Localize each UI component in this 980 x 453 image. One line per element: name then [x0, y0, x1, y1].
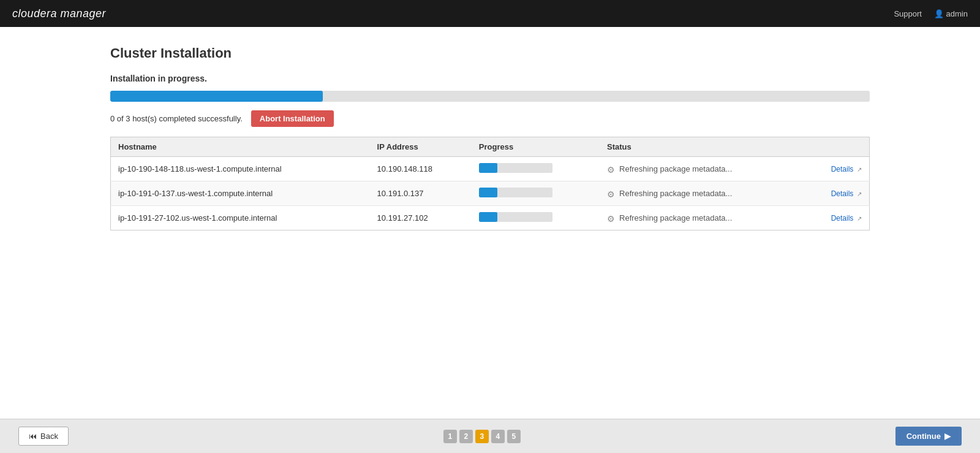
step-4: 4 — [491, 430, 505, 443]
footer: ⏮ Back 1 2 3 4 5 Continue ▶ — [0, 419, 980, 453]
host-status-line: 0 of 3 host(s) completed successfully. A… — [110, 110, 870, 127]
header: cloudera manager Support 👤 admin — [0, 0, 980, 27]
row-progress-bar — [479, 212, 552, 222]
external-link-icon: ↗ — [857, 215, 862, 222]
app-logo: cloudera manager — [12, 7, 106, 20]
cell-hostname: ip-10-191-0-137.us-west-1.compute.intern… — [111, 181, 370, 206]
table-body: ip-10-190-148-118.us-west-1.compute.inte… — [111, 157, 870, 230]
cell-details: Details ↗ — [803, 181, 870, 206]
cell-details: Details ↗ — [803, 206, 870, 230]
cell-progress — [472, 157, 600, 181]
cell-details: Details ↗ — [803, 157, 870, 181]
cell-progress — [472, 206, 600, 230]
installation-status: Installation in progress. — [110, 74, 870, 83]
abort-installation-button[interactable]: Abort Installation — [251, 110, 334, 127]
hosts-table: Hostname IP Address Progress Status ip-1… — [110, 137, 870, 230]
details-link[interactable]: Details — [831, 165, 854, 173]
table-row: ip-10-191-0-137.us-west-1.compute.intern… — [111, 181, 870, 206]
col-actions — [803, 137, 870, 157]
row-progress-fill — [479, 188, 497, 197]
step-indicators: 1 2 3 4 5 — [443, 430, 521, 443]
row-progress-fill — [479, 163, 497, 173]
row-progress-fill — [479, 212, 497, 222]
support-link[interactable]: Support — [894, 9, 922, 18]
spinner-icon: ⚙ — [607, 165, 616, 173]
table-row: ip-10-191-27-102.us-west-1.compute.inter… — [111, 206, 870, 230]
cell-hostname: ip-10-191-27-102.us-west-1.compute.inter… — [111, 206, 370, 230]
row-progress-bar — [479, 163, 552, 173]
table-row: ip-10-190-148-118.us-west-1.compute.inte… — [111, 157, 870, 181]
table-header: Hostname IP Address Progress Status — [111, 137, 870, 157]
external-link-icon: ↗ — [857, 166, 862, 173]
step-5: 5 — [507, 430, 521, 443]
details-link[interactable]: Details — [831, 189, 854, 198]
cell-status: ⚙ Refreshing package metadata... — [600, 157, 803, 181]
cell-ip: 10.190.148.118 — [370, 157, 472, 181]
step-3: 3 — [475, 430, 489, 443]
overall-progress-fill — [110, 91, 323, 102]
main-content: Cluster Installation Installation in pro… — [0, 27, 980, 419]
spinner-icon: ⚙ — [607, 214, 616, 223]
user-icon: 👤 — [934, 9, 944, 18]
continue-button[interactable]: Continue ▶ — [895, 427, 962, 446]
cell-status: ⚙ Refreshing package metadata... — [600, 206, 803, 230]
overall-progress-bar — [110, 91, 870, 102]
continue-icon: ▶ — [944, 432, 951, 441]
col-ip: IP Address — [370, 137, 472, 157]
host-count-text: 0 of 3 host(s) completed successfully. — [110, 114, 243, 123]
admin-link[interactable]: 👤 admin — [934, 9, 968, 18]
cell-ip: 10.191.0.137 — [370, 181, 472, 206]
step-2: 2 — [459, 430, 473, 443]
col-hostname: Hostname — [111, 137, 370, 157]
external-link-icon: ↗ — [857, 191, 862, 197]
cell-progress — [472, 181, 600, 206]
status-text: Refreshing package metadata... — [619, 213, 732, 223]
spinner-icon: ⚙ — [607, 189, 616, 198]
details-link[interactable]: Details — [831, 214, 854, 223]
page-title: Cluster Installation — [110, 45, 870, 61]
cell-ip: 10.191.27.102 — [370, 206, 472, 230]
row-progress-bar — [479, 188, 552, 197]
cell-hostname: ip-10-190-148-118.us-west-1.compute.inte… — [111, 157, 370, 181]
back-button[interactable]: ⏮ Back — [18, 427, 69, 446]
col-progress: Progress — [472, 137, 600, 157]
status-text: Refreshing package metadata... — [619, 189, 732, 198]
step-1: 1 — [443, 430, 457, 443]
cell-status: ⚙ Refreshing package metadata... — [600, 181, 803, 206]
col-status: Status — [600, 137, 803, 157]
status-text: Refreshing package metadata... — [619, 164, 732, 173]
header-nav: Support 👤 admin — [894, 9, 968, 18]
back-icon: ⏮ — [29, 432, 37, 441]
